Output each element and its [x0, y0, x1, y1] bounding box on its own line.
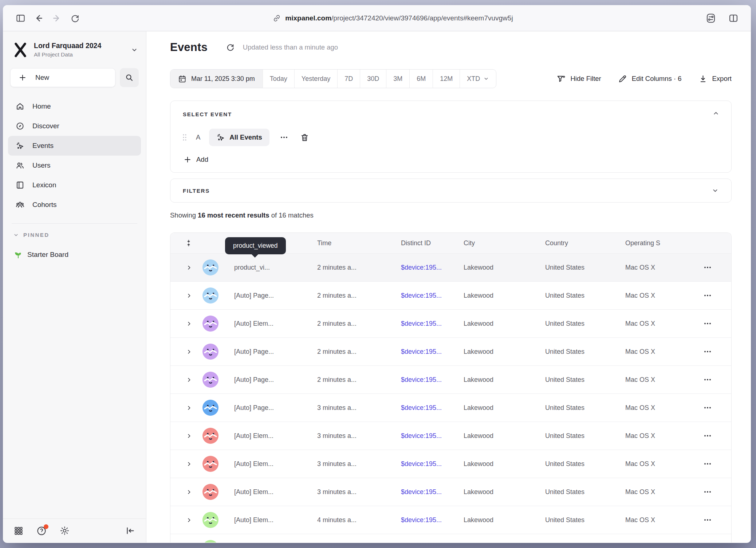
column-header-time[interactable]: Time — [317, 239, 401, 247]
settings-gear-icon[interactable] — [60, 526, 70, 536]
distinct-id-link[interactable]: $device:195... — [401, 432, 464, 440]
table-row[interactable] — [170, 534, 731, 543]
city-cell: Lakewood — [464, 292, 545, 300]
project-name: Lord Farquaad 2024 — [34, 42, 124, 50]
project-subtitle: All Project Data — [34, 51, 124, 58]
browser-split-view-icon[interactable] — [725, 10, 741, 26]
row-actions-icon[interactable] — [684, 488, 731, 496]
event-options-icon[interactable] — [278, 132, 290, 143]
row-expand-icon[interactable] — [170, 517, 202, 524]
browser-window: mixpanel.com/project/3472420/view/397469… — [3, 5, 751, 543]
expand-panel-icon[interactable] — [712, 187, 719, 194]
distinct-id-link[interactable]: $device:195... — [401, 460, 464, 468]
row-expand-icon[interactable] — [170, 320, 202, 327]
search-button[interactable] — [120, 68, 139, 87]
city-cell: Lakewood — [464, 264, 545, 271]
drag-handle-icon[interactable] — [182, 133, 187, 141]
distinct-id-link[interactable]: $device:195... — [401, 488, 464, 496]
sidebar-item-lexicon[interactable]: Lexicon — [8, 175, 141, 195]
browser-reload-icon[interactable] — [67, 10, 83, 26]
range-12m-segment[interactable]: 12M — [433, 70, 460, 88]
row-expand-icon[interactable] — [170, 489, 202, 496]
row-expand-icon[interactable] — [170, 376, 202, 383]
row-actions-icon[interactable] — [684, 431, 731, 440]
range-xtd-segment[interactable]: XTD — [460, 70, 496, 88]
distinct-id-link[interactable]: $device:195... — [401, 264, 464, 271]
row-actions-icon[interactable] — [684, 375, 731, 384]
add-event-button[interactable]: Add — [184, 156, 208, 164]
row-actions-icon[interactable] — [684, 403, 731, 412]
row-expand-icon[interactable] — [170, 292, 202, 299]
column-header-city[interactable]: City — [464, 239, 545, 247]
distinct-id-link[interactable]: $device:195... — [401, 292, 464, 300]
row-expand-icon[interactable] — [170, 404, 202, 411]
table-row[interactable]: [Auto] Page...3 minutes a...$device:195.… — [170, 394, 731, 422]
range-7d-segment[interactable]: 7D — [337, 70, 360, 88]
range-yesterday-segment[interactable]: Yesterday — [294, 70, 337, 88]
row-actions-icon[interactable] — [684, 516, 731, 524]
sidebar-item-starter-board[interactable]: Starter Board — [3, 250, 146, 259]
collapse-sidebar-icon[interactable] — [125, 526, 135, 536]
table-row[interactable]: [Auto] Page...2 minutes a...$device:195.… — [170, 365, 731, 394]
range-3m-segment[interactable]: 3M — [386, 70, 409, 88]
collapse-panel-icon[interactable] — [712, 110, 720, 117]
table-row[interactable]: [Auto] Elem...3 minutes a...$device:195.… — [170, 450, 731, 478]
delete-event-icon[interactable] — [299, 132, 311, 144]
range-30d-segment[interactable]: 30D — [360, 70, 386, 88]
row-actions-icon[interactable] — [684, 319, 731, 328]
hide-filter-button[interactable]: Hide Filter — [556, 74, 601, 83]
date-picker-segment[interactable]: Mar 11, 2025 3:30 pm — [170, 70, 263, 88]
all-events-chip[interactable]: All Events — [209, 129, 269, 146]
distinct-id-link[interactable]: $device:195... — [401, 348, 464, 356]
table-row[interactable]: [Auto] Elem...3 minutes a...$device:195.… — [170, 422, 731, 450]
export-button[interactable]: Export — [698, 74, 732, 83]
distinct-id-link[interactable]: $device:195... — [401, 320, 464, 328]
event-avatar — [202, 344, 234, 360]
cohorts-icon — [16, 200, 24, 209]
browser-sidebar-toggle-icon[interactable] — [12, 10, 28, 26]
refresh-icon[interactable] — [226, 43, 235, 52]
sidebar-item-users[interactable]: Users — [8, 156, 141, 175]
row-actions-icon[interactable] — [684, 459, 731, 468]
column-header-os[interactable]: Operating S — [625, 239, 684, 247]
distinct-id-link[interactable]: $device:195... — [401, 516, 464, 524]
row-actions-icon[interactable] — [684, 263, 731, 272]
help-icon[interactable] — [36, 526, 47, 536]
address-bar[interactable]: mixpanel.com/project/3472420/view/397469… — [85, 14, 701, 22]
project-switcher[interactable]: Lord Farquaad 2024 All Project Data — [3, 39, 146, 60]
pinned-section-header[interactable]: PINNED — [3, 232, 146, 238]
browser-back-icon[interactable] — [31, 10, 47, 26]
row-actions-icon[interactable] — [684, 291, 731, 300]
collapse-all-rows-icon[interactable] — [170, 239, 202, 247]
new-button[interactable]: New — [10, 68, 115, 87]
sidebar-item-label: Discover — [32, 122, 59, 130]
table-row[interactable]: [Auto] Elem...2 minutes a...$device:195.… — [170, 309, 731, 337]
range-today-segment[interactable]: Today — [263, 70, 294, 88]
edit-columns-button[interactable]: Edit Columns · 6 — [618, 74, 682, 83]
table-row[interactable]: [Auto] Page...2 minutes a...$device:195.… — [170, 337, 731, 365]
sidebar-item-discover[interactable]: Discover — [8, 116, 141, 136]
column-header-country[interactable]: Country — [545, 239, 625, 247]
browser-extensions-icon[interactable] — [703, 10, 719, 26]
event-name-cell: [Auto] Page... — [234, 376, 317, 384]
event-name-cell: [Auto] Elem... — [234, 320, 317, 328]
sidebar-item-home[interactable]: Home — [8, 97, 141, 116]
distinct-id-link[interactable]: $device:195... — [401, 376, 464, 384]
row-actions-icon[interactable] — [684, 347, 731, 356]
sidebar-item-events[interactable]: Events — [8, 136, 141, 156]
sidebar-item-cohorts[interactable]: Cohorts — [8, 195, 141, 215]
apps-grid-icon[interactable] — [14, 526, 23, 536]
table-row[interactable]: [Auto] Elem...4 minutes a...$device:195.… — [170, 506, 731, 534]
row-expand-icon[interactable] — [170, 461, 202, 467]
range-6m-segment[interactable]: 6M — [409, 70, 433, 88]
filter-plus-icon — [556, 74, 566, 83]
browser-forward-icon[interactable] — [49, 10, 65, 26]
row-expand-icon[interactable] — [170, 264, 202, 271]
row-expand-icon[interactable] — [170, 348, 202, 355]
table-row[interactable]: [Auto] Elem...3 minutes a...$device:195.… — [170, 478, 731, 506]
city-cell: Lakewood — [464, 404, 545, 412]
distinct-id-link[interactable]: $device:195... — [401, 404, 464, 412]
column-header-distinct-id[interactable]: Distinct ID — [401, 239, 464, 247]
table-row[interactable]: [Auto] Page...2 minutes a...$device:195.… — [170, 281, 731, 309]
row-expand-icon[interactable] — [170, 432, 202, 439]
